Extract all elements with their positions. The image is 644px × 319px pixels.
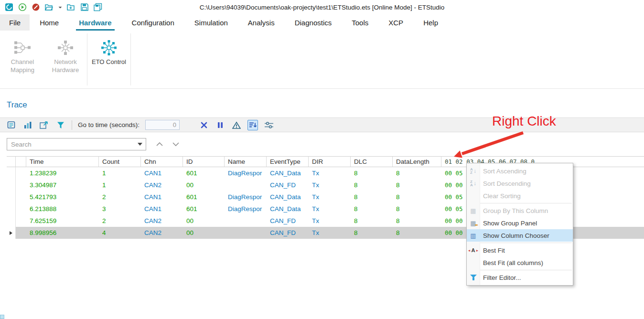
pause-icon[interactable] [215,120,225,130]
menu-item-show-group-panel[interactable]: ▦➨Show Group Panel [467,217,573,229]
column-header-eventtype[interactable]: EventType [267,157,309,167]
cell-chn: CAN1 [141,167,183,179]
menu-item-label: Filter Editor... [480,274,521,281]
cell-dir: Tx [309,215,351,227]
column-header-dir[interactable]: DIR [309,157,351,167]
cell-count: 2 [99,215,141,227]
cell-count: 4 [99,227,141,239]
cell-event_type: CAN_Data [267,191,309,203]
search-row: Search [0,138,644,150]
window-title: C:\Users\94039\Documents\oak-projecty\te… [200,4,445,11]
menu-item-label: Group By This Column [480,207,548,214]
annotation-right-click-text: Right Click [492,114,556,129]
cell-time: 6.213888 [26,203,99,215]
cell-chn: CAN2 [141,215,183,227]
export-icon[interactable] [39,120,50,130]
column-header-chn[interactable]: Chn [141,157,183,167]
cell-count: 1 [99,179,141,191]
app-icon [4,1,14,13]
best-fit-icon: ◄A► [467,247,480,253]
save-all-icon[interactable] [93,1,103,13]
database-icon[interactable] [7,120,17,130]
menu-tab-file[interactable]: File [0,14,30,31]
expand-column-header [16,157,26,167]
column-header-time[interactable]: Time [26,157,99,167]
cell-count: 1 [99,167,141,179]
sort-icon[interactable] [247,120,258,130]
filter-icon[interactable] [55,120,66,130]
menu-tab-help[interactable]: Help [413,14,448,31]
open-folder-icon[interactable] [44,1,54,13]
search-prev-icon[interactable] [154,139,165,149]
column-header-count[interactable]: Count [99,157,141,167]
cell-name [225,215,267,227]
statistics-icon[interactable] [23,120,33,130]
network-hardware-icon [56,38,75,58]
menu-tab-diagnostics[interactable]: Diagnostics [285,14,342,31]
trace-section-title: Trace [7,100,644,110]
menu-item-best-fit-all-columns[interactable]: Best Fit (all columns) [467,256,573,269]
group-by-icon: ▦ [467,208,480,214]
menu-tab-analysis[interactable]: Analysis [238,14,285,31]
display-settings-icon[interactable] [264,120,274,130]
ribbon-group-separator [130,33,131,85]
menu-item-label: Show Group Panel [480,220,537,227]
search-dropdown-icon[interactable] [134,138,146,150]
menu-tab-simulation[interactable]: Simulation [184,14,238,31]
column-context-menu: AZ↓Sort AscendingZA↓Sort DescendingClear… [466,163,573,286]
column-header-datalength[interactable]: DataLength [393,157,441,167]
trigger-icon[interactable] [231,120,242,130]
selected-row-arrow-icon [10,231,12,235]
column-header-dlc[interactable]: DLC [351,157,393,167]
menu-separator [480,203,572,203]
cell-id: 00 [183,227,225,239]
scrollbar-fragment[interactable] [0,315,4,319]
cell-name: DiagRespor [225,167,267,179]
menu-tab-home[interactable]: Home [30,14,69,31]
menu-item-label: Clear Sorting [480,192,521,200]
cell-time: 7.625159 [26,215,99,227]
goto-time-input[interactable] [145,120,180,130]
menu-item-show-column-chooser[interactable]: ▥Show Column Chooser [467,229,573,242]
menu-tab-hardware[interactable]: Hardware [69,14,121,31]
column-header-name[interactable]: Name [225,157,267,167]
search-input[interactable]: Search [7,138,146,150]
caret-down-icon[interactable] [57,1,63,13]
cell-id: 601 [183,203,225,215]
goto-time-label: Go to time (seconds): [78,121,140,128]
menu-item-best-fit[interactable]: ◄A►Best Fit [467,244,573,256]
play-icon[interactable] [17,1,27,13]
menu-tab-xcp[interactable]: XCP [378,14,413,31]
menu-item-label: Best Fit [480,247,505,254]
ribbon-hardware-panel: Channel MappingNetwork HardwareETO Contr… [0,31,644,89]
cell-chn: CAN2 [141,179,183,191]
row-indicator [7,215,16,227]
new-folder-icon[interactable] [66,1,76,13]
ribbon-button-label: ETO Control [92,58,126,66]
cell-id: 601 [183,167,225,179]
ribbon-button-network-hardware: Network Hardware [44,31,87,88]
save-icon[interactable] [79,1,89,13]
menu-tab-configuration[interactable]: Configuration [122,14,184,31]
record-icon[interactable] [31,1,41,13]
menu-item-sort-descending: ZA↓Sort Descending [467,177,573,190]
ribbon-button-eto-control[interactable]: ETO Control [87,31,130,88]
search-next-icon[interactable] [170,139,182,149]
expand-cell [16,167,26,179]
cell-count: 3 [99,203,141,215]
menu-item-filter-editor[interactable]: Filter Editor... [467,271,573,284]
cell-dlc: 8 [351,191,393,203]
cell-event_type: CAN_Data [267,203,309,215]
cell-data_length: 8 [393,203,441,215]
cell-event_type: CAN_FD [267,179,309,191]
column-header-id[interactable]: ID [183,157,225,167]
clear-icon[interactable] [199,120,209,130]
cell-dir: Tx [309,167,351,179]
menu-tab-tools[interactable]: Tools [342,14,378,31]
search-placeholder: Search [11,141,134,148]
expand-cell [16,227,26,239]
expand-cell [16,191,26,203]
menu-item-group-by-this-column: ▦Group By This Column [467,204,573,217]
menu-item-clear-sorting: Clear Sorting [467,190,573,202]
row-indicator [7,227,16,239]
